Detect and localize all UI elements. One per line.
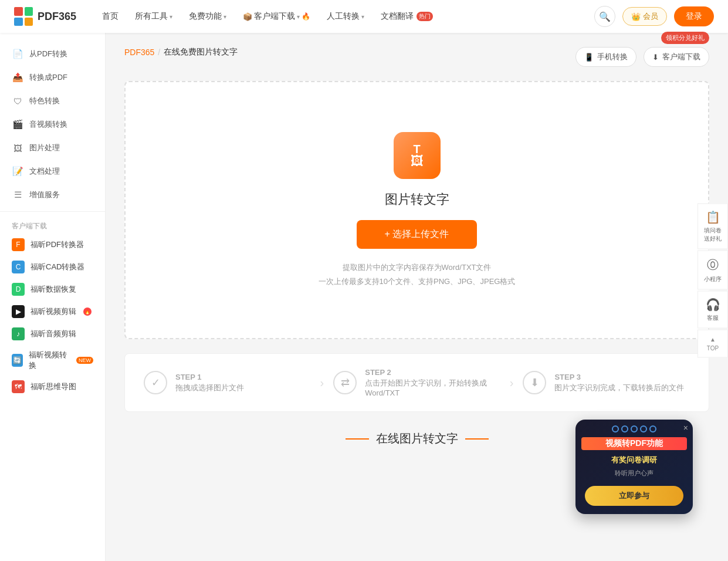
logo[interactable]: PDF365 — [14, 7, 76, 26]
nav-free[interactable]: 免费功能 ▾ — [182, 8, 233, 25]
upload-icon-inner: T 🖼 — [411, 143, 424, 168]
nav-human[interactable]: 人工转换 ▾ — [320, 8, 371, 25]
earn-badge[interactable]: 领积分兑好礼 — [661, 32, 709, 44]
steps-bar: ✓ STEP 1 拖拽或选择图片文件 › ⇄ STEP 2 点击开始图片文字识别… — [124, 353, 709, 412]
popup-title2: 有奖问卷调研 — [575, 452, 693, 468]
nav-tools-arrow: ▾ — [170, 13, 172, 20]
back-to-top-button[interactable]: ▲ TOP — [697, 330, 728, 358]
fire-badge: 🔥 — [83, 307, 92, 316]
popup-banner: × 视频转PDF功能 有奖问卷调研 聆听用户心声 立即参与 — [575, 420, 693, 514]
special-icon: 🛡 — [12, 95, 23, 107]
from-pdf-icon: 📄 — [12, 48, 23, 60]
sidebar-item-video[interactable]: 🎬 音视频转换 — [0, 113, 105, 136]
step-3-desc: 图片文字识别完成，下载转换后的文件 — [554, 383, 684, 393]
logo-cell-red — [14, 7, 23, 16]
nav-links: 首页 所有工具 ▾ 免费功能 ▾ 📦 客户端下载 ▾ 🔥 人工转换 ▾ 文档翻译… — [95, 8, 594, 25]
chain-link — [621, 425, 628, 432]
sidebar-item-vip[interactable]: ☰ 增值服务 — [0, 183, 105, 207]
sidebar-app-foxit-audio[interactable]: ♪ 福昕音频剪辑 — [0, 323, 105, 345]
nav-download-arrow: ▾ — [297, 13, 300, 20]
popup-close-button[interactable]: × — [683, 423, 688, 432]
top-arrow-icon: ▲ — [710, 336, 716, 343]
service-icon: 🎧 — [706, 298, 720, 312]
step-2-icon: ⇄ — [333, 371, 357, 394]
breadcrumb-row: PDF365 / 在线免费图片转文字 📱 手机转换 ⬇ 客户端下载 — [124, 47, 709, 69]
breadcrumb: PDF365 / 在线免费图片转文字 — [124, 47, 238, 58]
sidebar-app-foxit-convert[interactable]: 🔄 福昕视频转换 NEW — [0, 345, 105, 376]
sidebar-app-foxit-pdf[interactable]: F 福昕PDF转换器 — [0, 234, 105, 256]
logo-cell-green — [25, 7, 33, 16]
topnav: PDF365 首页 所有工具 ▾ 免费功能 ▾ 📦 客户端下载 ▾ 🔥 人工转换… — [0, 0, 728, 33]
brand-name: PDF365 — [38, 11, 76, 23]
upload-hint: 提取图片中的文字内容保存为Word/TXT文件 一次上传最多支持10个文件、支持… — [319, 261, 516, 288]
step-arrow-2: › — [510, 376, 514, 390]
popup-subtitle: 聆听用户心声 — [575, 468, 693, 482]
fire-icon: 🔥 — [302, 12, 310, 21]
upload-button[interactable]: + 选择上传文件 — [357, 220, 478, 249]
chain-link — [640, 425, 647, 432]
doc-icon: 📝 — [12, 165, 23, 177]
download-section-title: 客户端下载 — [0, 217, 105, 234]
step-2-desc: 点击开始图片文字识别，开始转换成Word/TXT — [365, 378, 500, 397]
sidebar-item-special[interactable]: 🛡 特色转换 — [0, 89, 105, 113]
nav-home[interactable]: 首页 — [95, 8, 126, 25]
step-2: ⇄ STEP 2 点击开始图片文字识别，开始转换成Word/TXT — [333, 368, 500, 397]
sidebar-item-from-pdf[interactable]: 📄 从PDF转换 — [0, 42, 105, 66]
survey-icon: 📋 — [706, 210, 720, 224]
sidebar-item-to-pdf[interactable]: 📤 转换成PDF — [0, 66, 105, 89]
sidebar-divider — [0, 211, 105, 212]
sidebar-app-foxit-data[interactable]: D 福昕数据恢复 — [0, 278, 105, 300]
hot-badge: 热门 — [417, 12, 433, 21]
upload-title: 图片转文字 — [385, 191, 449, 208]
breadcrumb-current: 在线免费图片转文字 — [164, 47, 238, 58]
sidebar-item-doc[interactable]: 📝 文档处理 — [0, 160, 105, 183]
image-icon: 🖼 — [12, 142, 23, 154]
sidebar-app-foxit-video[interactable]: ▶ 福昕视频剪辑 🔥 — [0, 300, 105, 323]
step-arrow-1: › — [320, 376, 324, 390]
upload-area[interactable]: T 🖼 图片转文字 + 选择上传文件 提取图片中的文字内容保存为Word/TXT… — [124, 81, 709, 339]
step-3-icon: ⬇ — [523, 371, 546, 394]
foxit-video-icon: ▶ — [12, 305, 25, 318]
sidebar: 📄 从PDF转换 📤 转换成PDF 🛡 特色转换 🎬 音视频转换 🖼 图片处理 … — [0, 33, 106, 561]
sidebar-item-image[interactable]: 🖼 图片处理 — [0, 136, 105, 160]
survey-button[interactable]: 📋 填问卷 送好礼 — [697, 204, 728, 249]
nav-human-arrow: ▾ — [361, 13, 364, 20]
logo-cell-blue — [14, 18, 23, 26]
search-button[interactable]: 🔍 — [594, 6, 615, 27]
mobile-convert-button[interactable]: 📱 手机转换 — [575, 47, 636, 67]
title-line-right — [465, 438, 489, 440]
video-icon: 🎬 — [12, 119, 23, 130]
sidebar-app-foxit-cad[interactable]: C 福昕CAD转换器 — [0, 256, 105, 278]
step-1: ✓ STEP 1 拖拽或选择图片文件 — [144, 371, 311, 394]
nav-download[interactable]: 📦 客户端下载 ▾ 🔥 — [236, 8, 317, 25]
popup-cta-button[interactable]: 立即参与 — [585, 486, 683, 506]
step-1-icon: ✓ — [144, 371, 167, 394]
nav-tools[interactable]: 所有工具 ▾ — [128, 8, 180, 25]
mobile-icon: 📱 — [584, 53, 594, 62]
logo-cell-yellow — [25, 18, 33, 26]
tool-actions: 📱 手机转换 ⬇ 客户端下载 — [575, 47, 709, 67]
chain-link — [631, 425, 638, 432]
foxit-audio-icon: ♪ — [12, 327, 25, 340]
chain-link — [612, 425, 619, 432]
nav-translate[interactable]: 文档翻译 热门 — [374, 8, 440, 25]
service-button[interactable]: 🎧 客服 — [697, 291, 728, 329]
breadcrumb-root[interactable]: PDF365 — [124, 48, 154, 57]
step-2-num: STEP 2 — [365, 368, 500, 377]
logo-grid — [14, 7, 33, 26]
new-badge: NEW — [76, 357, 93, 364]
mini-program-button[interactable]: ⓪ 小程序 — [697, 251, 728, 290]
foxit-mind-icon: 🗺 — [12, 380, 25, 393]
foxit-cad-icon: C — [12, 261, 25, 273]
popup-title1: 视频转PDF功能 — [581, 437, 687, 450]
download-action-icon: ⬇ — [652, 53, 659, 62]
foxit-pdf-icon: F — [12, 238, 25, 251]
foxit-data-icon: D — [12, 283, 25, 296]
vip-icon: ☰ — [12, 189, 23, 201]
client-download-button[interactable]: ⬇ 客户端下载 — [644, 47, 709, 67]
step-3: ⬇ STEP 3 图片文字识别完成，下载转换后的文件 — [523, 371, 690, 394]
login-button[interactable]: 登录 — [674, 6, 714, 26]
vip-button[interactable]: 👑 会员 — [622, 7, 667, 26]
sidebar-app-foxit-mind[interactable]: 🗺 福昕思维导图 — [0, 376, 105, 398]
crown-icon: 👑 — [631, 12, 641, 21]
